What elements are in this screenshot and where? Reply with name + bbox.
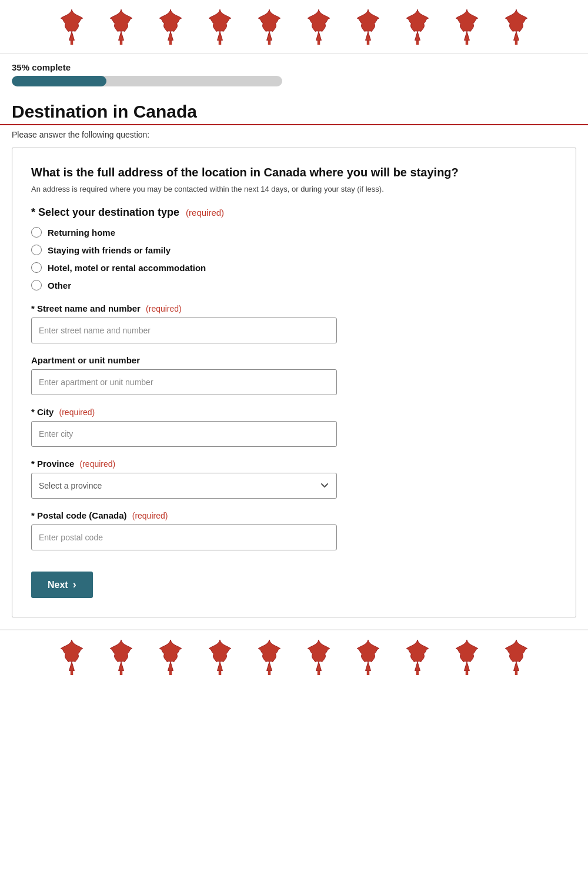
page-subtitle: Please answer the following question:: [0, 125, 588, 148]
city-input[interactable]: [31, 421, 337, 447]
svg-rect-5: [318, 41, 320, 45]
maple-leaf-icon: [493, 636, 540, 680]
svg-rect-17: [416, 671, 419, 676]
city-field-group: * City (required): [31, 407, 557, 447]
maple-leaf-icon: [443, 6, 490, 50]
postal-code-field-group: * Postal code (Canada) (required): [31, 510, 557, 550]
svg-rect-3: [219, 41, 222, 45]
next-button[interactable]: Next ›: [31, 572, 93, 598]
maple-leaf-icon: [345, 636, 392, 680]
postal-code-required-tag: (required): [132, 511, 168, 520]
radio-other[interactable]: [31, 280, 42, 290]
progress-label: 35% complete: [12, 62, 576, 72]
maple-leaf-icon: [394, 636, 441, 680]
page-title-section: Destination in Canada: [0, 92, 588, 125]
svg-rect-13: [219, 671, 222, 676]
maple-leaf-icon: [246, 6, 293, 50]
maple-leaf-icon: [295, 636, 342, 680]
chevron-right-icon: ›: [73, 579, 76, 591]
maple-leaf-icon: [98, 6, 145, 50]
province-required-tag: (required): [80, 459, 116, 469]
postal-code-input[interactable]: [31, 524, 337, 550]
radio-hotel-motel[interactable]: [31, 262, 42, 273]
maple-leaf-icon: [246, 636, 293, 680]
svg-rect-15: [318, 671, 320, 676]
maple-footer: [0, 629, 588, 683]
svg-rect-6: [367, 41, 370, 45]
maple-leaf-icon: [345, 6, 392, 50]
radio-label-returning-home[interactable]: Returning home: [48, 228, 115, 238]
progress-section: 35% complete: [0, 54, 588, 92]
progress-bar-background: [12, 76, 282, 86]
svg-rect-8: [466, 41, 469, 45]
apartment-field-label: Apartment or unit number: [31, 355, 557, 365]
street-input[interactable]: [31, 318, 337, 343]
destination-type-label: * Select your destination type (required…: [31, 206, 557, 219]
svg-rect-1: [120, 41, 123, 45]
svg-rect-4: [268, 41, 271, 45]
maple-leaf-icon: [48, 6, 95, 50]
maple-leaf-icon: [48, 636, 95, 680]
destination-type-required: (required): [186, 208, 224, 218]
radio-returning-home[interactable]: [31, 227, 42, 238]
radio-label-staying-friends-family[interactable]: Staying with friends or family: [48, 245, 171, 255]
radio-staying-friends-family[interactable]: [31, 245, 42, 255]
svg-rect-19: [515, 671, 518, 676]
radio-item-staying-friends-family[interactable]: Staying with friends or family: [31, 245, 557, 255]
postal-code-field-label: * Postal code (Canada) (required): [31, 510, 557, 520]
maple-leaf-icon: [394, 6, 441, 50]
maple-leaf-icon: [196, 636, 243, 680]
svg-rect-7: [416, 41, 419, 45]
radio-label-hotel-motel[interactable]: Hotel, motel or rental accommodation: [48, 263, 206, 273]
radio-item-returning-home[interactable]: Returning home: [31, 227, 557, 238]
street-required-tag: (required): [146, 304, 182, 313]
maple-leaf-icon: [493, 6, 540, 50]
svg-rect-9: [515, 41, 518, 45]
province-select[interactable]: Select a province Alberta British Columb…: [31, 473, 337, 499]
apartment-input[interactable]: [31, 369, 337, 395]
city-field-label: * City (required): [31, 407, 557, 417]
maple-leaf-icon: [443, 636, 490, 680]
maple-leaf-icon: [196, 6, 243, 50]
apartment-field-group: Apartment or unit number: [31, 355, 557, 395]
maple-leaf-icon: [295, 6, 342, 50]
svg-rect-10: [71, 671, 74, 676]
svg-rect-11: [120, 671, 123, 676]
street-field-label: * Street name and number (required): [31, 303, 557, 313]
next-button-label: Next: [48, 580, 68, 590]
radio-item-other[interactable]: Other: [31, 280, 557, 290]
destination-type-radio-group: Returning home Staying with friends or f…: [31, 227, 557, 290]
svg-rect-18: [466, 671, 469, 676]
street-field-group: * Street name and number (required): [31, 303, 557, 343]
province-field-group: * Province (required) Select a province …: [31, 459, 557, 499]
svg-rect-2: [169, 41, 172, 45]
province-field-label: * Province (required): [31, 459, 557, 469]
svg-rect-12: [169, 671, 172, 676]
maple-leaf-icon: [147, 6, 194, 50]
progress-bar-fill: [12, 76, 106, 86]
city-required-tag: (required): [59, 407, 95, 417]
svg-rect-14: [268, 671, 271, 676]
maple-leaf-icon: [98, 636, 145, 680]
maple-header: [0, 0, 588, 54]
page-title: Destination in Canada: [12, 102, 576, 122]
main-card: What is the full address of the location…: [12, 148, 576, 617]
radio-label-other[interactable]: Other: [48, 280, 71, 290]
card-description: An address is required where you may be …: [31, 185, 557, 193]
card-question: What is the full address of the location…: [31, 165, 557, 180]
maple-leaf-icon: [147, 636, 194, 680]
radio-item-hotel-motel[interactable]: Hotel, motel or rental accommodation: [31, 262, 557, 273]
svg-rect-0: [71, 41, 74, 45]
svg-rect-16: [367, 671, 370, 676]
